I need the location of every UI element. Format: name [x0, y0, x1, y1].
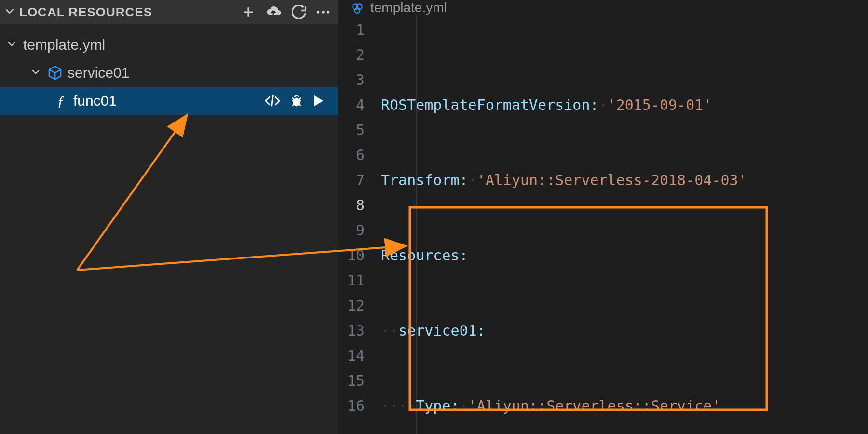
function-icon: ƒ	[53, 93, 68, 109]
line-number: 7	[338, 168, 365, 193]
svg-point-2	[327, 11, 330, 14]
line-number: 1	[338, 17, 365, 42]
yaml-key: Resources:	[381, 247, 468, 264]
line-number: 2	[338, 42, 365, 68]
file-icon	[351, 1, 364, 14]
add-icon[interactable]	[242, 6, 255, 18]
play-icon[interactable]	[312, 95, 324, 107]
sidebar-actions	[242, 5, 333, 19]
sidebar-title: LOCAL RESOURCES	[19, 5, 239, 20]
chevron-down-icon[interactable]	[29, 67, 42, 79]
line-number: 3	[338, 68, 365, 93]
line-number: 4	[338, 93, 365, 118]
yaml-value: 'Aliyun::Serverless::Service'	[468, 397, 721, 414]
app-root: LOCAL RESOURCES	[0, 0, 868, 434]
line-number: 16	[338, 393, 365, 419]
yaml-key: service01:	[398, 322, 486, 339]
code-lines[interactable]: ROSTemplateFormatVersion:·'2015-09-01' T…	[381, 15, 868, 434]
editor-tab[interactable]: template.yml	[338, 0, 868, 15]
line-number: 9	[338, 218, 365, 243]
cloud-upload-icon[interactable]	[265, 6, 282, 18]
yaml-key: Transform:	[381, 172, 468, 189]
refresh-icon[interactable]	[292, 5, 306, 19]
line-number: 5	[338, 118, 365, 143]
line-number: 15	[338, 368, 365, 393]
sidebar: LOCAL RESOURCES	[0, 0, 338, 434]
tree-item-service[interactable]: service01	[0, 59, 338, 87]
code-area[interactable]: 1 2 3 4 5 6 7 8 9 10 11 12 13 14 15 16 R…	[338, 15, 868, 434]
yaml-key: ROSTemplateFormatVersion:	[381, 96, 599, 113]
line-number: 6	[338, 143, 365, 168]
editor: template.yml 1 2 3 4 5 6 7 8 9 10 11 12 …	[338, 0, 868, 434]
line-number: 8	[338, 193, 365, 218]
line-number: 10	[338, 243, 365, 268]
chevron-down-icon[interactable]	[5, 39, 18, 51]
yaml-value: '2015-09-01'	[608, 96, 712, 113]
line-number: 13	[338, 318, 365, 343]
box-icon	[47, 65, 63, 81]
tree-item-function[interactable]: ƒ func01	[0, 87, 338, 115]
function-row-actions	[264, 94, 338, 108]
yaml-value: 'Aliyun::Serverless-2018-04-03'	[477, 172, 747, 189]
svg-point-0	[317, 11, 320, 14]
line-number: 11	[338, 268, 365, 293]
more-icon[interactable]	[316, 10, 330, 14]
tab-filename: template.yml	[370, 0, 447, 15]
line-number: 14	[338, 343, 365, 368]
yaml-key: Type:	[416, 397, 459, 414]
line-number: 12	[338, 293, 365, 318]
tree-item-template[interactable]: template.yml	[0, 31, 338, 59]
code-icon[interactable]	[264, 95, 281, 107]
sidebar-header: LOCAL RESOURCES	[0, 0, 338, 24]
tree-item-label: service01	[68, 65, 338, 81]
chevron-down-icon[interactable]	[3, 6, 16, 18]
line-number-gutter: 1 2 3 4 5 6 7 8 9 10 11 12 13 14 15 16	[338, 15, 381, 434]
tree-item-label: template.yml	[23, 37, 338, 53]
resource-tree: template.yml service01 ƒ func01	[0, 24, 338, 115]
tree-item-label: func01	[73, 93, 259, 109]
svg-point-1	[322, 11, 325, 14]
bug-icon[interactable]	[289, 94, 304, 108]
